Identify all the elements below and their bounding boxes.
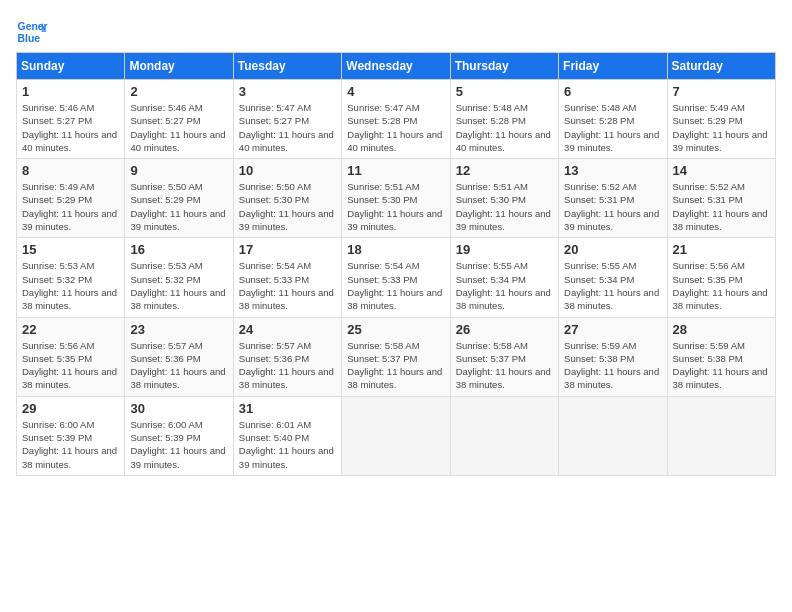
day-info: Sunrise: 5:59 AMSunset: 5:38 PMDaylight:… (673, 340, 768, 391)
day-number: 20 (564, 242, 661, 257)
svg-text:Blue: Blue (18, 33, 41, 44)
day-number: 12 (456, 163, 553, 178)
calendar-week-row: 8 Sunrise: 5:49 AMSunset: 5:29 PMDayligh… (17, 159, 776, 238)
calendar-day-cell: 2 Sunrise: 5:46 AMSunset: 5:27 PMDayligh… (125, 80, 233, 159)
day-info: Sunrise: 5:48 AMSunset: 5:28 PMDaylight:… (456, 102, 551, 153)
weekday-header-saturday: Saturday (667, 53, 775, 80)
general-blue-logo-icon: General Blue (16, 16, 48, 48)
day-number: 4 (347, 84, 444, 99)
day-info: Sunrise: 5:59 AMSunset: 5:38 PMDaylight:… (564, 340, 659, 391)
day-number: 11 (347, 163, 444, 178)
day-info: Sunrise: 5:56 AMSunset: 5:35 PMDaylight:… (673, 260, 768, 311)
day-info: Sunrise: 6:01 AMSunset: 5:40 PMDaylight:… (239, 419, 334, 470)
day-number: 30 (130, 401, 227, 416)
day-info: Sunrise: 5:53 AMSunset: 5:32 PMDaylight:… (22, 260, 117, 311)
day-number: 1 (22, 84, 119, 99)
day-number: 25 (347, 322, 444, 337)
day-info: Sunrise: 5:54 AMSunset: 5:33 PMDaylight:… (239, 260, 334, 311)
day-number: 8 (22, 163, 119, 178)
day-info: Sunrise: 5:50 AMSunset: 5:29 PMDaylight:… (130, 181, 225, 232)
day-number: 18 (347, 242, 444, 257)
day-info: Sunrise: 6:00 AMSunset: 5:39 PMDaylight:… (130, 419, 225, 470)
day-info: Sunrise: 5:46 AMSunset: 5:27 PMDaylight:… (130, 102, 225, 153)
calendar-week-row: 1 Sunrise: 5:46 AMSunset: 5:27 PMDayligh… (17, 80, 776, 159)
day-info: Sunrise: 5:58 AMSunset: 5:37 PMDaylight:… (347, 340, 442, 391)
day-number: 10 (239, 163, 336, 178)
day-number: 19 (456, 242, 553, 257)
calendar-empty-cell (559, 396, 667, 475)
weekday-header-row: SundayMondayTuesdayWednesdayThursdayFrid… (17, 53, 776, 80)
calendar-day-cell: 31 Sunrise: 6:01 AMSunset: 5:40 PMDaylig… (233, 396, 341, 475)
day-number: 3 (239, 84, 336, 99)
day-number: 15 (22, 242, 119, 257)
calendar-day-cell: 11 Sunrise: 5:51 AMSunset: 5:30 PMDaylig… (342, 159, 450, 238)
calendar-empty-cell (342, 396, 450, 475)
weekday-header-tuesday: Tuesday (233, 53, 341, 80)
calendar-day-cell: 27 Sunrise: 5:59 AMSunset: 5:38 PMDaylig… (559, 317, 667, 396)
day-number: 26 (456, 322, 553, 337)
calendar-day-cell: 22 Sunrise: 5:56 AMSunset: 5:35 PMDaylig… (17, 317, 125, 396)
calendar-week-row: 15 Sunrise: 5:53 AMSunset: 5:32 PMDaylig… (17, 238, 776, 317)
day-number: 29 (22, 401, 119, 416)
weekday-header-wednesday: Wednesday (342, 53, 450, 80)
calendar-day-cell: 18 Sunrise: 5:54 AMSunset: 5:33 PMDaylig… (342, 238, 450, 317)
day-number: 22 (22, 322, 119, 337)
day-info: Sunrise: 5:47 AMSunset: 5:27 PMDaylight:… (239, 102, 334, 153)
weekday-header-thursday: Thursday (450, 53, 558, 80)
day-info: Sunrise: 5:55 AMSunset: 5:34 PMDaylight:… (564, 260, 659, 311)
page-header: General Blue (16, 16, 776, 48)
weekday-header-sunday: Sunday (17, 53, 125, 80)
day-number: 31 (239, 401, 336, 416)
day-number: 24 (239, 322, 336, 337)
day-info: Sunrise: 5:57 AMSunset: 5:36 PMDaylight:… (130, 340, 225, 391)
calendar-day-cell: 1 Sunrise: 5:46 AMSunset: 5:27 PMDayligh… (17, 80, 125, 159)
day-info: Sunrise: 5:50 AMSunset: 5:30 PMDaylight:… (239, 181, 334, 232)
calendar-day-cell: 6 Sunrise: 5:48 AMSunset: 5:28 PMDayligh… (559, 80, 667, 159)
day-info: Sunrise: 5:51 AMSunset: 5:30 PMDaylight:… (347, 181, 442, 232)
calendar-day-cell: 3 Sunrise: 5:47 AMSunset: 5:27 PMDayligh… (233, 80, 341, 159)
calendar-day-cell: 19 Sunrise: 5:55 AMSunset: 5:34 PMDaylig… (450, 238, 558, 317)
weekday-header-friday: Friday (559, 53, 667, 80)
calendar-day-cell: 8 Sunrise: 5:49 AMSunset: 5:29 PMDayligh… (17, 159, 125, 238)
day-number: 13 (564, 163, 661, 178)
calendar-day-cell: 26 Sunrise: 5:58 AMSunset: 5:37 PMDaylig… (450, 317, 558, 396)
day-info: Sunrise: 5:47 AMSunset: 5:28 PMDaylight:… (347, 102, 442, 153)
calendar-day-cell: 24 Sunrise: 5:57 AMSunset: 5:36 PMDaylig… (233, 317, 341, 396)
calendar-day-cell: 10 Sunrise: 5:50 AMSunset: 5:30 PMDaylig… (233, 159, 341, 238)
calendar-empty-cell (667, 396, 775, 475)
calendar-empty-cell (450, 396, 558, 475)
day-info: Sunrise: 5:49 AMSunset: 5:29 PMDaylight:… (673, 102, 768, 153)
calendar-day-cell: 21 Sunrise: 5:56 AMSunset: 5:35 PMDaylig… (667, 238, 775, 317)
day-number: 28 (673, 322, 770, 337)
day-info: Sunrise: 5:53 AMSunset: 5:32 PMDaylight:… (130, 260, 225, 311)
day-info: Sunrise: 5:57 AMSunset: 5:36 PMDaylight:… (239, 340, 334, 391)
calendar-day-cell: 9 Sunrise: 5:50 AMSunset: 5:29 PMDayligh… (125, 159, 233, 238)
day-info: Sunrise: 5:52 AMSunset: 5:31 PMDaylight:… (564, 181, 659, 232)
calendar-day-cell: 14 Sunrise: 5:52 AMSunset: 5:31 PMDaylig… (667, 159, 775, 238)
calendar-day-cell: 15 Sunrise: 5:53 AMSunset: 5:32 PMDaylig… (17, 238, 125, 317)
day-info: Sunrise: 5:51 AMSunset: 5:30 PMDaylight:… (456, 181, 551, 232)
day-number: 27 (564, 322, 661, 337)
day-info: Sunrise: 5:46 AMSunset: 5:27 PMDaylight:… (22, 102, 117, 153)
day-number: 17 (239, 242, 336, 257)
calendar-day-cell: 29 Sunrise: 6:00 AMSunset: 5:39 PMDaylig… (17, 396, 125, 475)
calendar-day-cell: 20 Sunrise: 5:55 AMSunset: 5:34 PMDaylig… (559, 238, 667, 317)
calendar-week-row: 22 Sunrise: 5:56 AMSunset: 5:35 PMDaylig… (17, 317, 776, 396)
calendar-day-cell: 25 Sunrise: 5:58 AMSunset: 5:37 PMDaylig… (342, 317, 450, 396)
day-number: 2 (130, 84, 227, 99)
logo: General Blue (16, 16, 48, 48)
calendar-day-cell: 30 Sunrise: 6:00 AMSunset: 5:39 PMDaylig… (125, 396, 233, 475)
day-info: Sunrise: 6:00 AMSunset: 5:39 PMDaylight:… (22, 419, 117, 470)
calendar-day-cell: 4 Sunrise: 5:47 AMSunset: 5:28 PMDayligh… (342, 80, 450, 159)
weekday-header-monday: Monday (125, 53, 233, 80)
day-info: Sunrise: 5:52 AMSunset: 5:31 PMDaylight:… (673, 181, 768, 232)
day-info: Sunrise: 5:49 AMSunset: 5:29 PMDaylight:… (22, 181, 117, 232)
calendar-day-cell: 13 Sunrise: 5:52 AMSunset: 5:31 PMDaylig… (559, 159, 667, 238)
day-number: 23 (130, 322, 227, 337)
calendar-day-cell: 7 Sunrise: 5:49 AMSunset: 5:29 PMDayligh… (667, 80, 775, 159)
day-number: 16 (130, 242, 227, 257)
day-info: Sunrise: 5:48 AMSunset: 5:28 PMDaylight:… (564, 102, 659, 153)
day-number: 9 (130, 163, 227, 178)
calendar-day-cell: 16 Sunrise: 5:53 AMSunset: 5:32 PMDaylig… (125, 238, 233, 317)
calendar-week-row: 29 Sunrise: 6:00 AMSunset: 5:39 PMDaylig… (17, 396, 776, 475)
